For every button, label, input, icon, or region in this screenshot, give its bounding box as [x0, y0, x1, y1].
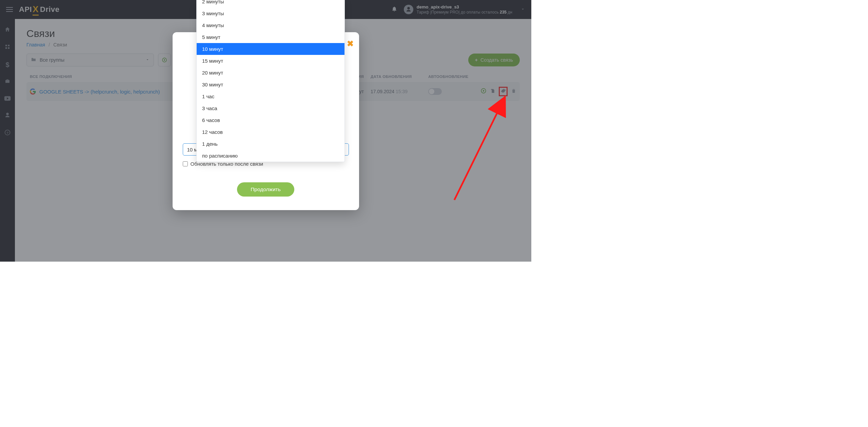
interval-option[interactable]: 10 минут — [197, 43, 344, 55]
interval-option[interactable]: 6 часов — [197, 114, 344, 126]
interval-option[interactable]: 1 день — [197, 138, 344, 150]
interval-option[interactable]: 1 час — [197, 90, 344, 102]
interval-option[interactable]: 2 минуты — [197, 0, 344, 7]
interval-option[interactable]: 12 часов — [197, 126, 344, 138]
interval-option[interactable]: 5 минут — [197, 31, 344, 43]
interval-option[interactable]: по расписанию — [197, 150, 344, 162]
close-icon[interactable]: ✖ — [347, 40, 354, 48]
interval-option[interactable]: 3 минуты — [197, 7, 344, 19]
interval-option[interactable]: 15 минут — [197, 55, 344, 67]
interval-option[interactable]: 30 минут — [197, 79, 344, 90]
continue-button[interactable]: Продолжить — [237, 182, 294, 197]
interval-option[interactable]: 3 часа — [197, 102, 344, 114]
interval-dropdown[interactable]: 2 минуты3 минуты4 минуты5 минут10 минут1… — [196, 0, 345, 162]
interval-option[interactable]: 20 минут — [197, 67, 344, 79]
update-after-link-checkbox[interactable] — [183, 161, 188, 166]
interval-option[interactable]: 4 минуты — [197, 19, 344, 31]
